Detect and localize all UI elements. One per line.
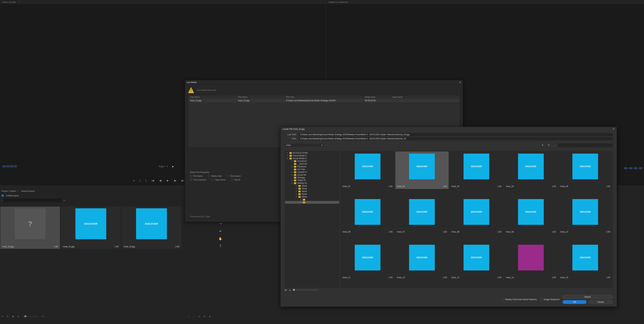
panel-menu-icon[interactable]: ≡ (17, 190, 18, 192)
search-input[interactable] (4, 198, 62, 202)
grid-cell[interactable]: DISCOVER Insta_091:00 (504, 197, 558, 234)
add-marker-icon[interactable]: ▾ (133, 179, 134, 182)
close-icon[interactable]: ✕ (613, 128, 615, 130)
expander-icon[interactable]: > (291, 160, 293, 162)
mark-in-icon[interactable]: { (140, 179, 140, 182)
step-back-icon[interactable]: ◀| (159, 179, 162, 182)
expander-icon[interactable]: > (291, 174, 293, 176)
play-icon[interactable]: ▶ (172, 165, 174, 168)
folder-dropdown[interactable]: Insta ▾ (285, 143, 324, 147)
tree-item[interactable]: >Week (285, 187, 339, 190)
zoom-slider[interactable] (22, 316, 38, 317)
grid-cell[interactable]: DISCOVER Insta_051:00 (558, 151, 612, 189)
ok-button[interactable]: OK (562, 300, 586, 304)
eye-icon[interactable]: 👁 (546, 144, 551, 146)
chk-image-sequence[interactable]: Image Sequence (540, 298, 560, 301)
tree-item[interactable]: >Social Me (285, 174, 339, 176)
filter-icon[interactable]: ▼ (540, 144, 545, 146)
tree-item[interactable]: __MACOS (285, 163, 339, 165)
col-tape-name[interactable]: Tape Name (392, 96, 416, 98)
tree-item[interactable]: >Social Media C (285, 154, 339, 157)
grid-cell[interactable]: DISCOVER Insta_021:00 (395, 151, 449, 189)
expander-icon[interactable]: > (300, 198, 302, 201)
cancel-button[interactable]: Cancel (589, 300, 613, 304)
expander-icon[interactable]: > (286, 154, 288, 157)
clear-icon[interactable]: 🗑 (209, 315, 211, 317)
expander-icon[interactable]: v (286, 157, 288, 159)
expander-icon[interactable]: > (295, 193, 297, 195)
find-icon[interactable]: ⌕ (193, 315, 194, 317)
tree-item[interactable]: >Facebook (285, 165, 339, 168)
tree-item[interactable]: >00 FOLIO ASSE (285, 151, 339, 154)
tree-item[interactable]: > (285, 201, 339, 204)
search-button[interactable]: Search (562, 295, 613, 299)
new-item-icon[interactable]: 🗎 (204, 315, 205, 317)
grid-cell[interactable]: DISCOVER Insta_081:00 (450, 197, 503, 234)
page-control[interactable]: Page 1 ▾ ▶ (159, 165, 174, 168)
grid-cell[interactable]: Insta_141:00 (504, 243, 558, 280)
locate-titlebar[interactable]: Locate File Insta_02.jpg ✕ (280, 127, 617, 131)
tree-item[interactable]: vWeekly Po (285, 182, 339, 185)
icon-view-icon[interactable]: ▦ (12, 315, 14, 317)
expander-icon[interactable]: > (286, 152, 288, 154)
goto-in-icon[interactable]: |◀ (152, 179, 154, 182)
expander-icon[interactable]: > (291, 166, 293, 168)
expander-icon[interactable]: > (295, 190, 297, 193)
grid-cell[interactable]: DISCOVER Insta_101:00 (558, 197, 612, 234)
col-clip-name[interactable]: Clip Name (190, 96, 238, 98)
tree-item[interactable]: >Twitter Pr (285, 179, 339, 182)
tree-item[interactable]: Strategy (285, 176, 339, 179)
file-grid[interactable]: DISCOVER Insta_011:00DISCOVER Insta_021:… (340, 151, 613, 288)
col-media-start[interactable]: Media Start (365, 96, 392, 98)
thumb-size-slider[interactable] (293, 289, 318, 290)
nav-forward-icon[interactable]: → (329, 144, 330, 146)
nav-back-icon[interactable]: ← (326, 144, 328, 146)
project-thumb[interactable]: DISCOVER Insta_03.jpg1:00 (122, 207, 181, 249)
grid-cell[interactable]: DISCOVER Insta_071:00 (395, 197, 449, 234)
chk-clip-id[interactable]: Clip ID (231, 179, 240, 181)
tree-item[interactable]: >Week (285, 185, 339, 187)
tab-project[interactable]: Project: Untitled ≡ (1, 190, 18, 192)
tree-item[interactable]: Ink Folio (285, 168, 339, 171)
chk-file-name[interactable]: File Name (190, 175, 203, 177)
pen-tool-icon[interactable]: ✒ (219, 229, 222, 233)
grid-cell[interactable]: DISCOVER Insta_031:00 (450, 151, 503, 189)
grid-cell[interactable]: DISCOVER Insta_041:00 (504, 151, 558, 189)
project-thumb[interactable]: ? Insta_02.jpg1:00 (0, 207, 60, 249)
close-icon[interactable]: ✕ (459, 81, 461, 84)
chk-description[interactable]: Description (227, 175, 241, 177)
expander-icon[interactable]: > (291, 171, 293, 173)
program-timecode[interactable]: 00:00:00:00 (624, 167, 642, 170)
grid-cell[interactable]: DISCOVER Insta_111:00 (341, 243, 394, 280)
folder-icon[interactable]: 🗀 (64, 199, 65, 201)
chk-display-only[interactable]: Display Only Exact Name Matches (502, 298, 537, 301)
expander-icon[interactable]: > (295, 187, 297, 190)
program-tab[interactable]: Program: (no sequences) (328, 1, 349, 4)
grid-cell[interactable]: DISCOVER Insta_061:00 (341, 197, 394, 234)
chk-file-ext[interactable]: File Extension (190, 179, 206, 181)
link-media-titlebar[interactable]: Link Media ✕ (185, 80, 463, 85)
table-row[interactable]: Insta_02.jpg Insta_02.jpg D:\Sales and M… (188, 99, 460, 102)
col-file-path[interactable]: File Path (286, 96, 365, 98)
source-tab[interactable]: Source: (no clips) (1, 1, 17, 4)
grid-cell[interactable]: DISCOVER Insta_011:00 (341, 151, 394, 189)
tree-item[interactable]: >LinkedIn P (285, 171, 339, 174)
mark-out-icon[interactable]: } (146, 179, 146, 182)
write-enable-icon[interactable]: ✎ (2, 315, 3, 317)
locate-search-input[interactable] (558, 143, 613, 147)
play-icon[interactable]: ▶ (167, 179, 169, 182)
hand-tool-icon[interactable]: ✋ (218, 237, 222, 241)
source-timecode[interactable]: 00;00;00;00 (2, 165, 17, 168)
expander-icon[interactable]: > (300, 201, 302, 204)
sort-icon[interactable]: ≡▾ (42, 315, 44, 317)
new-bin-icon[interactable]: 🗀 (198, 315, 200, 317)
tree-item[interactable]: > (285, 198, 339, 201)
freeform-view-icon[interactable]: ⊞ (18, 315, 19, 317)
tab-media-browser[interactable]: Media Browser (21, 190, 35, 192)
thumbnail-view-icon[interactable]: ▦▾ (285, 289, 287, 291)
expander-icon[interactable]: v (295, 196, 297, 198)
goto-out-icon[interactable]: ▶| (182, 179, 184, 182)
expander-icon[interactable]: v (291, 182, 293, 184)
tree-item[interactable]: vSocial Media S (285, 157, 339, 160)
grid-cell[interactable]: DISCOVER Insta_151:00 (558, 243, 612, 280)
